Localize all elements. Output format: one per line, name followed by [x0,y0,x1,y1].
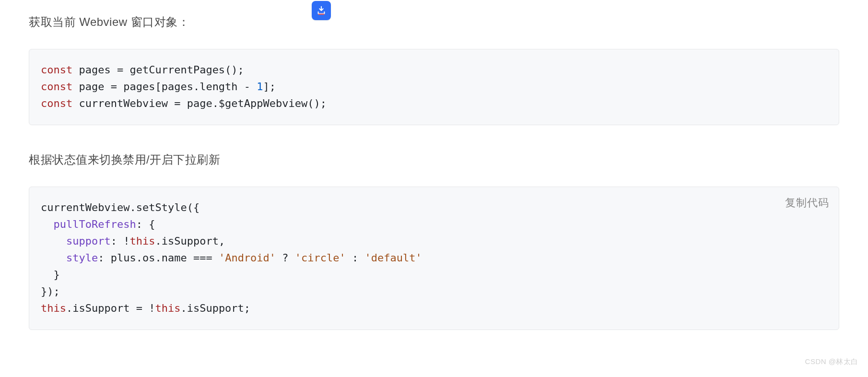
watermark-text: CSDN @林太白 [805,357,858,366]
copy-code-button[interactable]: 复制代码 [785,195,829,211]
code-block-2: 复制代码currentWebview.setStyle({ pullToRefr… [29,187,839,330]
svg-rect-0 [318,13,325,14]
section-heading-2: 根据状态值来切换禁用/开启下拉刷新 [29,152,839,167]
code-content-2: currentWebview.setStyle({ pullToRefresh:… [41,201,422,314]
download-book-icon[interactable] [312,1,331,20]
code-block-1: const pages = getCurrentPages(); const p… [29,49,839,125]
section-heading-1: 获取当前 Webview 窗口对象： [29,14,839,30]
code-content-1: const pages = getCurrentPages(); const p… [41,64,327,109]
